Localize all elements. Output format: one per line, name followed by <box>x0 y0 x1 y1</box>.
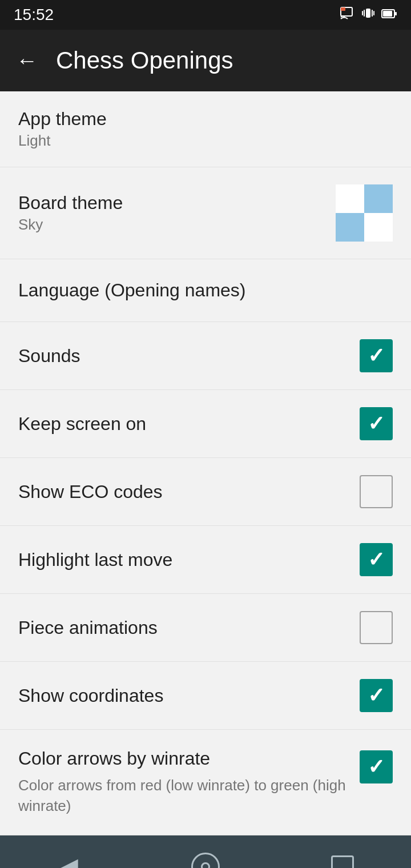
setting-show-eco-codes-labels: Show ECO codes <box>18 481 360 503</box>
setting-app-theme-label: App theme <box>18 108 393 130</box>
setting-piece-animations-labels: Piece animations <box>18 617 360 638</box>
setting-highlight-last-move-labels: Highlight last move <box>18 549 360 570</box>
setting-board-theme-sublabel: Sky <box>18 216 336 234</box>
board-cell-tr <box>364 184 393 213</box>
keep-screen-on-checkbox[interactable]: ✓ <box>360 407 393 440</box>
setting-show-eco-codes-label: Show ECO codes <box>18 481 360 503</box>
svg-rect-8 <box>395 12 397 15</box>
board-cell-tl <box>336 184 364 213</box>
nav-home-button[interactable] <box>177 850 234 868</box>
board-cell-br <box>364 213 393 242</box>
status-time: 15:52 <box>14 6 54 24</box>
svg-rect-9 <box>383 11 392 17</box>
setting-language-labels: Language (Opening names) <box>18 280 393 301</box>
setting-highlight-last-move-label: Highlight last move <box>18 549 360 570</box>
color-arrows-checkbox[interactable]: ✓ <box>360 750 393 783</box>
setting-show-coordinates-label: Show coordinates <box>18 685 360 706</box>
nav-home-icon <box>191 853 220 868</box>
piece-animations-checkbox[interactable] <box>360 611 393 644</box>
setting-keep-screen-on-labels: Keep screen on <box>18 413 360 435</box>
cast-icon <box>340 7 355 23</box>
setting-keep-screen-on-label: Keep screen on <box>18 413 360 435</box>
sounds-checkbox[interactable]: ✓ <box>360 339 393 372</box>
svg-rect-1 <box>341 7 345 11</box>
setting-language-label: Language (Opening names) <box>18 280 393 301</box>
highlight-last-move-checkmark: ✓ <box>368 549 385 570</box>
show-coordinates-checkmark: ✓ <box>368 685 385 706</box>
toolbar: ← Chess Openings <box>0 30 411 91</box>
setting-app-theme[interactable]: App theme Light <box>0 91 411 167</box>
setting-sounds-label: Sounds <box>18 345 360 367</box>
svg-rect-3 <box>364 10 365 17</box>
setting-sounds[interactable]: Sounds ✓ <box>0 322 411 390</box>
page-title: Chess Openings <box>56 47 233 74</box>
board-cell-bl <box>336 213 364 242</box>
svg-rect-2 <box>366 9 370 18</box>
setting-show-coordinates[interactable]: Show coordinates ✓ <box>0 662 411 730</box>
setting-color-arrows-labels: Color arrows by winrate Color arrows fro… <box>18 748 360 817</box>
color-arrows-checkmark: ✓ <box>368 757 385 777</box>
settings-content: App theme Light Board theme Sky Language… <box>0 91 411 835</box>
nav-recents-button[interactable] <box>314 850 371 868</box>
svg-rect-5 <box>362 11 363 15</box>
setting-language[interactable]: Language (Opening names) <box>0 259 411 322</box>
show-coordinates-checkbox[interactable]: ✓ <box>360 679 393 712</box>
nav-back-icon: ◀ <box>59 852 78 868</box>
nav-recents-icon <box>331 855 354 868</box>
vibrate-icon <box>361 7 376 23</box>
setting-board-theme[interactable]: Board theme Sky <box>0 167 411 259</box>
setting-sounds-labels: Sounds <box>18 345 360 367</box>
setting-board-theme-label: Board theme <box>18 192 336 214</box>
back-button[interactable]: ← <box>16 50 38 71</box>
nav-back-button[interactable]: ◀ <box>40 850 97 868</box>
setting-color-arrows[interactable]: Color arrows by winrate Color arrows fro… <box>0 730 411 835</box>
svg-rect-4 <box>372 10 373 17</box>
status-icons <box>340 7 397 23</box>
setting-color-arrows-description: Color arrows from red (low winrate) to g… <box>18 775 349 817</box>
highlight-last-move-checkbox[interactable]: ✓ <box>360 543 393 576</box>
sounds-checkmark: ✓ <box>368 345 385 366</box>
nav-bar: ◀ <box>0 835 411 868</box>
show-eco-codes-checkbox[interactable] <box>360 475 393 508</box>
keep-screen-on-checkmark: ✓ <box>368 413 385 434</box>
setting-show-eco-codes[interactable]: Show ECO codes <box>0 458 411 526</box>
board-theme-preview <box>336 184 393 242</box>
setting-piece-animations[interactable]: Piece animations <box>0 594 411 662</box>
setting-keep-screen-on[interactable]: Keep screen on ✓ <box>0 390 411 458</box>
status-bar: 15:52 <box>0 0 411 30</box>
setting-app-theme-labels: App theme Light <box>18 108 393 150</box>
nav-home-icon-inner <box>201 862 210 868</box>
setting-piece-animations-label: Piece animations <box>18 617 360 638</box>
svg-rect-6 <box>373 11 374 15</box>
setting-highlight-last-move[interactable]: Highlight last move ✓ <box>0 526 411 594</box>
setting-board-theme-labels: Board theme Sky <box>18 192 336 234</box>
setting-color-arrows-label: Color arrows by winrate <box>18 748 360 769</box>
setting-app-theme-sublabel: Light <box>18 132 393 150</box>
setting-show-coordinates-labels: Show coordinates <box>18 685 360 706</box>
battery-icon <box>381 9 397 22</box>
